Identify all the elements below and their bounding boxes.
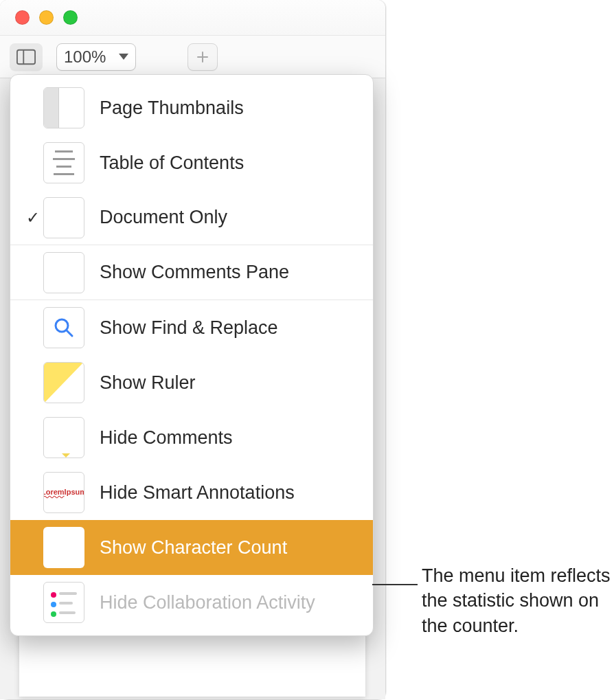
view-menu: Page Thumbnails Table of Contents ✓ Docu… [10,74,374,636]
callout-annotation: The menu item reflects the statistic sho… [372,563,614,638]
window-zoom-button[interactable] [63,10,78,25]
menu-item-label: Show Find & Replace [100,317,362,339]
checkmark-icon: ✓ [24,208,42,227]
document-only-icon [43,197,84,238]
menu-item-label: Table of Contents [100,153,362,174]
comments-pane-icon [43,252,84,293]
callout-leader-line [372,584,418,585]
menu-item-label: Show Comments Pane [100,262,362,283]
menu-item-label: Hide Collaboration Activity [100,592,362,613]
view-menu-button[interactable] [10,43,43,71]
menu-item-page-thumbnails[interactable]: Page Thumbnails [10,80,373,135]
plus-icon [195,49,210,65]
find-replace-icon [43,307,84,348]
menu-item-show-character-count[interactable]: 42 Show Character Count [10,520,373,575]
titlebar [0,0,385,36]
svg-line-3 [67,330,72,336]
menu-item-show-ruler[interactable]: Show Ruler [10,355,373,410]
smart-annotations-icon: LoremIpsum [43,472,84,513]
zoom-dropdown[interactable]: 100% [56,43,136,71]
table-of-contents-icon [43,142,84,183]
character-count-icon: 42 [43,527,84,568]
chevron-down-icon [119,54,128,60]
add-page-button[interactable] [187,43,218,71]
sidebar-icon [16,49,36,65]
menu-item-label: Show Character Count [100,537,362,558]
menu-item-hide-comments[interactable]: Hide Comments [10,410,373,465]
window-close-button[interactable] [15,10,30,25]
menu-item-show-find-replace[interactable]: Show Find & Replace [10,300,373,355]
comment-note-icon [43,417,84,458]
zoom-value: 100% [64,47,106,67]
menu-item-label: Hide Smart Annotations [100,482,362,504]
menu-item-label: Document Only [100,207,362,228]
menu-item-document-only[interactable]: ✓ Document Only [10,190,373,245]
collaboration-activity-icon [43,582,84,623]
window-minimize-button[interactable] [39,10,54,25]
svg-rect-0 [17,49,35,64]
menu-item-hide-smart-annotations[interactable]: LoremIpsum Hide Smart Annotations [10,465,373,520]
menu-item-label: Show Ruler [100,372,362,394]
app-window: 100% Page Thumbnails Table of Contents [0,0,386,700]
menu-item-show-comments-pane[interactable]: Show Comments Pane [10,245,373,300]
toolbar: 100% [0,36,385,78]
menu-item-label: Hide Comments [100,427,362,449]
callout-text: The menu item reflects the statistic sho… [422,563,614,638]
page-thumbnails-icon [43,87,84,128]
ruler-icon [43,362,84,403]
menu-item-label: Page Thumbnails [100,98,362,119]
menu-item-hide-collaboration-activity: Hide Collaboration Activity [10,575,373,630]
menu-item-table-of-contents[interactable]: Table of Contents [10,135,373,190]
